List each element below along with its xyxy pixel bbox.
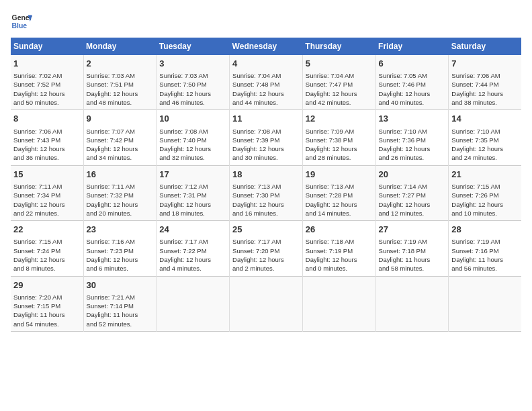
cell-info-line: and 58 minutes. [379,264,446,273]
cell-info-line: Daylight: 11 hours [451,255,519,264]
day-number: 12 [306,113,373,125]
cell-info-line: Sunrise: 7:14 AM [379,182,446,191]
cell-info-line: Daylight: 12 hours [232,255,300,264]
calendar-cell: 18Sunrise: 7:13 AMSunset: 7:30 PMDayligh… [230,165,303,220]
day-number: 30 [87,279,154,291]
cell-info-line: Sunrise: 7:20 AM [13,293,81,302]
calendar-cell: 22Sunrise: 7:15 AMSunset: 7:24 PMDayligh… [11,221,83,276]
logo-icon: General Blue [11,11,32,32]
calendar-cell: 25Sunrise: 7:17 AMSunset: 7:20 PMDayligh… [230,221,303,276]
cell-info-line: and 12 minutes. [379,209,446,218]
cell-info-line: Sunset: 7:18 PM [379,246,446,255]
cell-info-line: Sunrise: 7:17 AM [232,237,300,246]
cell-info-line: Sunset: 7:27 PM [379,191,446,199]
cell-info-line: and 40 minutes. [379,98,446,107]
day-number: 9 [87,113,154,125]
calendar-cell: 3Sunrise: 7:03 AMSunset: 7:50 PMDaylight… [157,55,230,110]
day-number: 15 [13,169,81,181]
day-number: 3 [159,58,226,70]
cell-info-line: Sunrise: 7:13 AM [232,182,300,191]
day-number: 29 [13,279,81,291]
cell-info-line: Sunset: 7:36 PM [379,136,446,144]
cell-info-line: and 36 minutes. [13,153,81,162]
cell-info-line: and 48 minutes. [87,98,154,107]
cell-info-line: and 22 minutes. [13,209,81,218]
day-number: 19 [306,169,373,181]
calendar-cell: 29Sunrise: 7:20 AMSunset: 7:15 PMDayligh… [11,276,83,331]
cell-info-line: Sunset: 7:38 PM [306,136,373,144]
cell-info-line: Sunrise: 7:18 AM [306,237,373,246]
cell-info-line: and 54 minutes. [13,320,81,328]
cell-info-line: Sunrise: 7:19 AM [451,237,519,246]
logo: General Blue [11,11,32,32]
cell-info-line: Sunset: 7:34 PM [13,191,81,199]
calendar-header: SundayMondayTuesdayWednesdayThursdayFrid… [11,38,521,55]
cell-info-line: Sunset: 7:20 PM [232,246,300,255]
calendar-cell: 14Sunrise: 7:10 AMSunset: 7:35 PMDayligh… [449,110,521,165]
cell-info-line: Sunrise: 7:11 AM [13,182,81,191]
calendar-cell: 28Sunrise: 7:19 AMSunset: 7:16 PMDayligh… [449,221,521,276]
calendar-cell: 6Sunrise: 7:05 AMSunset: 7:46 PMDaylight… [375,55,449,110]
cell-info-line: Daylight: 12 hours [232,144,300,153]
cell-info-line: Daylight: 12 hours [379,89,446,98]
cell-info-line: Sunset: 7:47 PM [306,80,373,89]
day-number: 8 [13,113,81,125]
day-number: 22 [13,224,81,236]
day-number: 24 [159,224,226,236]
cell-info-line: and 2 minutes. [232,264,300,273]
calendar-cell: 20Sunrise: 7:14 AMSunset: 7:27 PMDayligh… [375,165,449,220]
svg-text:Blue: Blue [12,22,28,30]
cell-info-line: and 4 minutes. [159,264,226,273]
cell-info-line: and 52 minutes. [87,320,154,328]
calendar-table: SundayMondayTuesdayWednesdayThursdayFrid… [11,38,521,332]
cell-info-line: Sunrise: 7:04 AM [306,71,373,80]
cell-info-line: Daylight: 12 hours [159,200,226,209]
day-of-week-header: Wednesday [230,38,303,55]
cell-info-line: Daylight: 12 hours [159,144,226,153]
cell-info-line: and 44 minutes. [232,98,300,107]
calendar-cell: 5Sunrise: 7:04 AMSunset: 7:47 PMDaylight… [302,55,375,110]
cell-info-line: Sunset: 7:42 PM [87,136,154,144]
cell-info-line: Sunset: 7:23 PM [87,246,154,255]
cell-info-line: Sunrise: 7:12 AM [159,182,226,191]
day-number: 10 [159,113,226,125]
cell-info-line: Daylight: 12 hours [159,255,226,264]
cell-info-line: Daylight: 12 hours [13,89,81,98]
cell-info-line: Daylight: 11 hours [13,310,81,319]
cell-info-line: Daylight: 11 hours [87,310,154,319]
cell-info-line: Sunset: 7:28 PM [306,191,373,199]
calendar-cell: 26Sunrise: 7:18 AMSunset: 7:19 PMDayligh… [302,221,375,276]
calendar-week-row: 29Sunrise: 7:20 AMSunset: 7:15 PMDayligh… [11,276,521,331]
calendar-week-row: 1Sunrise: 7:02 AMSunset: 7:52 PMDaylight… [11,55,521,110]
calendar-cell: 13Sunrise: 7:10 AMSunset: 7:36 PMDayligh… [375,110,449,165]
cell-info-line: Sunrise: 7:07 AM [87,127,154,136]
cell-info-line: Sunset: 7:52 PM [13,80,81,89]
cell-info-line: Sunrise: 7:08 AM [159,127,226,136]
cell-info-line: Daylight: 11 hours [379,255,446,264]
cell-info-line: Sunrise: 7:15 AM [13,237,81,246]
day-number: 27 [379,224,446,236]
day-number: 14 [451,113,519,125]
cell-info-line: Sunrise: 7:03 AM [159,71,226,80]
calendar-cell: 11Sunrise: 7:08 AMSunset: 7:39 PMDayligh… [230,110,303,165]
cell-info-line: Sunset: 7:16 PM [451,246,519,255]
day-of-week-header: Thursday [302,38,375,55]
calendar-cell: 12Sunrise: 7:09 AMSunset: 7:38 PMDayligh… [302,110,375,165]
cell-info-line: Sunset: 7:14 PM [87,302,154,310]
cell-info-line: Daylight: 12 hours [13,144,81,153]
calendar-cell: 1Sunrise: 7:02 AMSunset: 7:52 PMDaylight… [11,55,83,110]
cell-info-line: and 24 minutes. [451,153,519,162]
calendar-cell: 7Sunrise: 7:06 AMSunset: 7:44 PMDaylight… [449,55,521,110]
calendar-cell: 21Sunrise: 7:15 AMSunset: 7:26 PMDayligh… [449,165,521,220]
day-number: 21 [451,169,519,181]
cell-info-line: and 30 minutes. [232,153,300,162]
calendar-cell: 4Sunrise: 7:04 AMSunset: 7:48 PMDaylight… [230,55,303,110]
calendar-week-row: 8Sunrise: 7:06 AMSunset: 7:43 PMDaylight… [11,110,521,165]
day-number: 4 [232,58,300,70]
day-number: 11 [232,113,300,125]
day-number: 2 [87,58,154,70]
cell-info-line: Sunrise: 7:03 AM [87,71,154,80]
calendar-cell: 10Sunrise: 7:08 AMSunset: 7:40 PMDayligh… [157,110,230,165]
cell-info-line: Sunset: 7:30 PM [232,191,300,199]
day-number: 26 [306,224,373,236]
